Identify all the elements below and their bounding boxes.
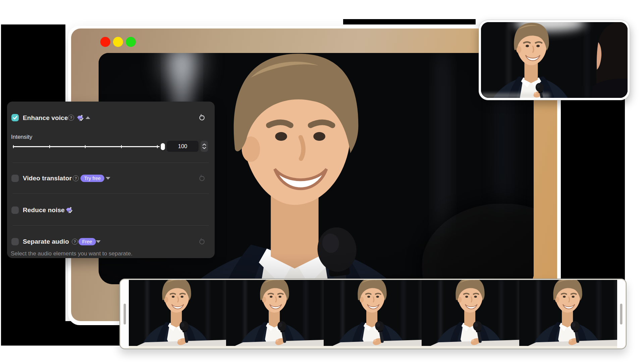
video-translator-checkbox[interactable] xyxy=(11,175,19,182)
slider-track[interactable] xyxy=(13,146,160,147)
close-window-button[interactable] xyxy=(100,37,110,47)
gem-icon[interactable] xyxy=(76,114,84,122)
pip-video xyxy=(481,22,628,98)
filmstrip-frame[interactable] xyxy=(129,280,226,346)
reduce-noise-checkbox[interactable] xyxy=(11,206,19,214)
filmstrip-frames[interactable] xyxy=(129,280,617,346)
slider-tick xyxy=(157,145,158,148)
stepper-up-icon[interactable] xyxy=(202,143,206,146)
grip-icon xyxy=(620,304,623,324)
divider xyxy=(13,193,209,194)
reduce-noise-label: Reduce noise xyxy=(23,206,65,214)
filmstrip-frame[interactable] xyxy=(422,280,520,346)
traffic-lights xyxy=(100,37,136,47)
frame-scene xyxy=(129,280,226,346)
gem-icon[interactable] xyxy=(65,206,73,214)
frame-scene xyxy=(422,280,520,346)
timeline-filmstrip[interactable] xyxy=(119,279,627,349)
pip-thumbnail[interactable] xyxy=(479,20,630,100)
dropdown-icon[interactable] xyxy=(96,240,101,243)
video-translator-label: Video translator xyxy=(23,175,72,182)
slider-tick xyxy=(13,145,14,148)
audio-settings-panel: Enhance voice ? Intensity 100 xyxy=(7,102,215,258)
backdrop-top-bar xyxy=(343,19,476,24)
intensity-stepper[interactable] xyxy=(201,141,208,152)
free-badge[interactable]: Free xyxy=(78,238,96,245)
frame-scene xyxy=(520,280,617,346)
pip-scene xyxy=(481,22,628,98)
check-icon xyxy=(11,114,19,121)
zoom-window-button[interactable] xyxy=(126,37,136,47)
divider xyxy=(13,225,209,226)
grip-icon xyxy=(124,304,126,324)
stage: Enhance voice ? Intensity 100 xyxy=(0,0,644,362)
intensity-value: 100 xyxy=(178,143,187,149)
divider xyxy=(13,163,209,163)
minimize-window-button[interactable] xyxy=(113,37,123,47)
slider-tick xyxy=(85,145,86,148)
trim-handle-right[interactable] xyxy=(617,280,625,348)
intensity-slider[interactable] xyxy=(13,142,160,152)
enhance-voice-label: Enhance voice xyxy=(23,114,68,122)
reset-icon-disabled[interactable] xyxy=(199,175,206,182)
separate-audio-label: Separate audio xyxy=(23,238,69,245)
help-icon[interactable]: ? xyxy=(72,239,78,245)
help-icon[interactable]: ? xyxy=(73,175,79,181)
separate-audio-checkbox[interactable] xyxy=(11,238,19,245)
frame-scene xyxy=(324,280,422,346)
help-icon[interactable]: ? xyxy=(68,115,74,121)
reset-icon[interactable] xyxy=(199,114,206,121)
intensity-value-input[interactable]: 100 xyxy=(167,141,199,152)
slider-tick xyxy=(121,145,122,148)
filmstrip-frame[interactable] xyxy=(227,280,324,346)
collapse-up-icon[interactable] xyxy=(85,116,91,119)
separate-audio-subtitle: Select the audio elements you want to se… xyxy=(11,250,132,257)
enhance-voice-checkbox[interactable] xyxy=(11,114,19,121)
slider-thumb[interactable] xyxy=(161,143,165,150)
frame-scene xyxy=(227,280,324,346)
dropdown-icon[interactable] xyxy=(105,177,111,180)
try-free-badge[interactable]: Try free xyxy=(80,175,104,182)
reset-icon-disabled[interactable] xyxy=(199,238,206,245)
intensity-label: Intensity xyxy=(11,134,32,140)
filmstrip-frame[interactable] xyxy=(520,280,617,346)
stepper-down-icon[interactable] xyxy=(202,147,206,149)
trim-handle-left[interactable] xyxy=(121,280,129,348)
slider-tick xyxy=(49,145,50,148)
filmstrip-frame[interactable] xyxy=(324,280,422,346)
